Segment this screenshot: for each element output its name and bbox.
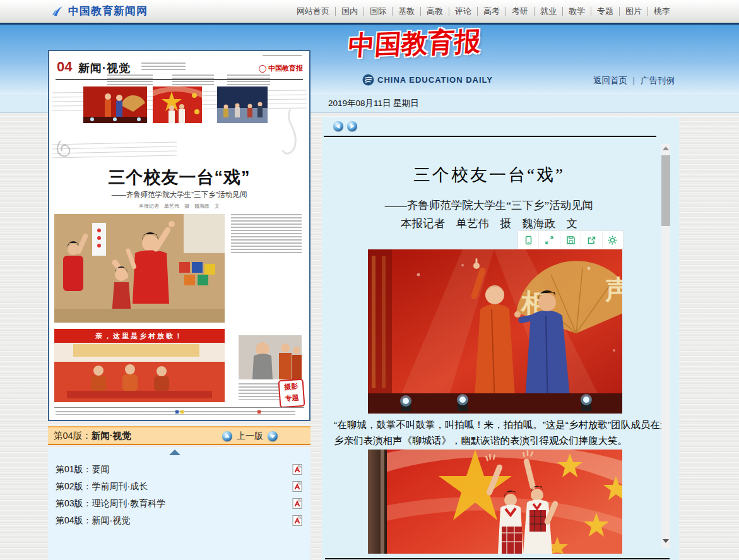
thumb-masthead: 中国教育报	[259, 64, 303, 73]
micro-text	[263, 55, 302, 58]
newspaper-masthead-en: CHINA EDUCATION DAILY	[362, 74, 493, 86]
rotate-device-button[interactable]	[518, 231, 538, 249]
pdf-icon[interactable]	[292, 480, 303, 492]
edition-section: 新闻·视觉	[92, 431, 131, 441]
edition-prefix: 第04版：	[54, 431, 92, 441]
micro-text	[107, 74, 153, 85]
rotate-device-icon	[523, 235, 534, 246]
color-mark	[175, 410, 179, 414]
prev-article-button[interactable]	[333, 121, 343, 131]
scrollbar-up-arrow[interactable]	[663, 146, 669, 150]
thumb-footer-rule	[54, 407, 304, 408]
nav-item-kaoyan[interactable]: 考研	[506, 6, 534, 17]
page-list-scroll-up[interactable]	[169, 450, 180, 455]
page-list-label: 第03版：理论周刊·教育科学	[56, 498, 292, 509]
ced-logo-icon	[362, 74, 374, 86]
article-scrollbar[interactable]	[661, 144, 670, 548]
page-list-label: 第04版：新闻·视觉	[56, 515, 292, 527]
nav-item-pictures[interactable]: 图片	[620, 6, 647, 17]
photo-special-stamp: 摄影 专题	[278, 379, 305, 408]
photo-caption: “在聊城，鼓掌不叫鼓掌，叫拍呱！来，拍拍呱。”这是“乡村放歌”团队成员在为乡亲们…	[334, 417, 673, 448]
thumb-photo-sitting-crowd	[54, 343, 225, 402]
image-toolbar	[517, 230, 624, 249]
nav-item-special[interactable]: 专题	[591, 6, 619, 17]
divider	[634, 77, 634, 85]
thumb-page-number: 04	[57, 59, 72, 75]
current-edition-bar: 第04版：新闻·视觉 上一版	[48, 426, 310, 445]
scrollbar-thumb[interactable]	[661, 155, 670, 226]
newspaper-masthead: 中国教育报	[347, 23, 482, 64]
micro-text	[231, 214, 302, 254]
next-article-button[interactable]	[347, 121, 357, 131]
thumb-photo-banner: 亲，这里是乡村放歌！	[54, 329, 225, 343]
save-icon	[565, 235, 576, 246]
edition-controls: 上一版	[222, 431, 278, 442]
micro-text	[227, 74, 270, 85]
article-panel: 三个校友一台“戏” ——齐鲁师范学院大学生“三下乡”活动见闻 本报记者 单艺伟 …	[322, 117, 679, 560]
thumb-masthead-text: 中国教育报	[268, 64, 303, 73]
ad-rates-link[interactable]: 广告刊例	[641, 75, 675, 86]
pdf-icon[interactable]	[292, 497, 303, 509]
nav-item-home[interactable]: 网站首页	[291, 6, 335, 17]
nav-item-employment[interactable]: 就业	[535, 6, 562, 17]
share-icon	[586, 235, 597, 246]
save-button[interactable]	[560, 231, 581, 249]
overlay-char-sheng: 声	[605, 275, 622, 304]
color-mark	[257, 410, 261, 414]
nav-item-domestic[interactable]: 国内	[336, 6, 364, 17]
page-list-item-04[interactable]: 第04版：新闻·视觉	[48, 512, 310, 529]
nav-item-commentary[interactable]: 评论	[449, 6, 477, 17]
fullscreen-icon	[544, 235, 555, 246]
article-nav-buttons	[333, 121, 357, 131]
nav-item-gaokao[interactable]: 高考	[478, 6, 505, 17]
nav-item-basic-edu[interactable]: 基教	[393, 6, 420, 17]
prev-edition-button[interactable]	[222, 431, 232, 441]
article-photo-crosstalk: 相 声	[368, 249, 622, 414]
nav-item-taoli[interactable]: 桃李	[648, 6, 676, 17]
top-nav-links: 网站首页 国内 国际 基教 高教 评论 高考 考研 就业 教学 专题 图片 桃李	[291, 0, 676, 23]
color-mark	[180, 410, 184, 414]
edition-page-list: 第01版：要闻 第02版：学前周刊·成长 第03版：理论周刊·教	[48, 448, 310, 560]
next-edition-button[interactable]	[268, 431, 278, 441]
article-title: 三个校友一台“戏”	[322, 164, 656, 186]
top-nav-bar: 中国教育新闻网 网站首页 国内 国际 基教 高教 评论 高考 考研 就业 教学 …	[0, 0, 739, 25]
newspaper-page-thumbnail[interactable]: 04 新闻·视觉 中国教育报	[48, 50, 310, 421]
share-button[interactable]	[581, 231, 601, 249]
thumb-subhead: ——齐鲁师范学院大学生“三下乡”活动见闻	[49, 190, 309, 200]
site-logo[interactable]: 中国教育新闻网	[50, 4, 148, 18]
right-arrow-icon	[349, 123, 355, 129]
pdf-icon[interactable]	[292, 463, 303, 475]
page-list-label: 第02版：学前周刊·成长	[56, 481, 292, 492]
mini-photo-flag-dance	[153, 86, 202, 123]
page-list-item-02[interactable]: 第02版：学前周刊·成长	[48, 478, 310, 495]
scrollbar-down-arrow[interactable]	[663, 539, 669, 543]
nav-item-international[interactable]: 国际	[364, 6, 392, 17]
current-edition-label: 第04版：新闻·视觉	[54, 430, 131, 442]
settings-icon	[607, 235, 618, 246]
page-list-item-01[interactable]: 第01版：要闻	[48, 461, 310, 478]
article-byline: 本报记者 单艺伟 摄 魏海政 文	[322, 216, 656, 231]
thumb-main-photo-classroom	[54, 214, 225, 323]
flag-dance-photo-graphic	[368, 450, 622, 554]
micro-text	[141, 63, 186, 71]
settings-button[interactable]	[602, 231, 623, 249]
back-home-link[interactable]: 返回首页	[593, 75, 627, 86]
nav-item-higher-edu[interactable]: 高教	[421, 6, 449, 17]
thumb-byline: 本报记者 单艺伟 摄 魏海政 文	[49, 203, 309, 210]
site-logo-text: 中国教育新闻网	[68, 4, 148, 18]
pdf-icon[interactable]	[292, 515, 303, 527]
article-bottom-rule	[325, 558, 670, 559]
masthead-mini-icon	[259, 65, 266, 73]
page-list-item-03[interactable]: 第03版：理论周刊·教育科学	[48, 495, 310, 512]
swoosh-icon	[50, 4, 64, 18]
down-arrow-icon	[269, 433, 276, 439]
thumb-photo-man-gray	[239, 335, 302, 379]
prev-edition-link[interactable]: 上一版	[237, 431, 263, 442]
header-links: 返回首页 广告刊例	[593, 75, 675, 86]
article-subtitle: ——齐鲁师范学院大学生“三下乡”活动见闻	[322, 198, 656, 213]
nav-item-teaching[interactable]: 教学	[563, 6, 591, 17]
article-top-rule	[324, 136, 656, 137]
crosstalk-photo-graphic: 相 声	[368, 249, 622, 414]
left-arrow-icon	[335, 123, 341, 129]
fullscreen-button[interactable]	[538, 231, 559, 249]
